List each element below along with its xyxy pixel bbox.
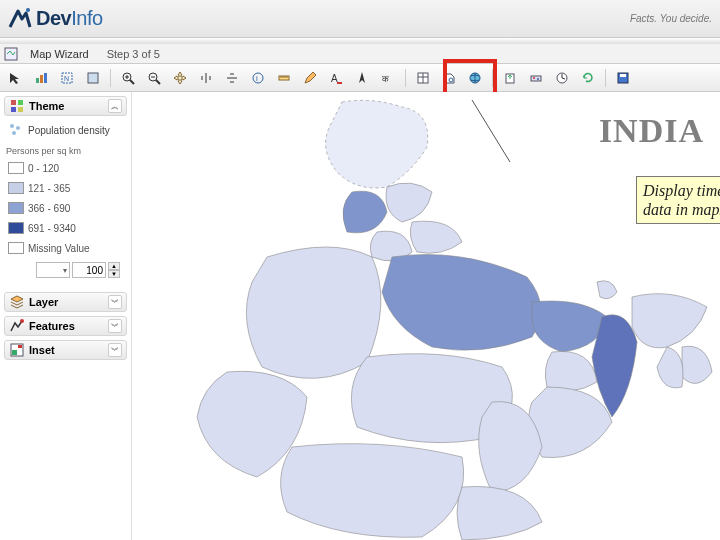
region-mz[interactable]	[657, 347, 683, 388]
pan-icon[interactable]	[169, 67, 191, 89]
legend-swatch-1	[8, 182, 24, 194]
legend-label-1: 121 - 365	[28, 183, 70, 194]
legend-row-4: Missing Value	[4, 240, 127, 256]
region-uk[interactable]	[410, 221, 462, 253]
clock-icon[interactable]	[551, 67, 573, 89]
svg-rect-35	[11, 107, 16, 112]
legend-swatch-2	[8, 202, 24, 214]
panel-features-label: Features	[29, 320, 75, 332]
map-toolbar: N i A क	[0, 64, 720, 92]
svg-point-15	[253, 73, 263, 83]
export-icon[interactable]	[499, 67, 521, 89]
svg-rect-2	[36, 78, 39, 83]
panel-layer-label: Layer	[29, 296, 58, 308]
svg-rect-43	[18, 345, 22, 348]
selection-icon[interactable]: N	[56, 67, 78, 89]
india-map-svg	[132, 92, 720, 540]
theme-icon[interactable]	[30, 67, 52, 89]
indicator-icon	[8, 122, 24, 138]
opacity-input[interactable]	[72, 262, 106, 278]
region-pb[interactable]	[343, 191, 387, 233]
app-header: DevInfo Facts. You decide.	[0, 0, 720, 38]
legend-row-1: 121 - 365	[4, 180, 127, 196]
svg-point-0	[26, 8, 30, 12]
globe-icon[interactable]	[464, 67, 486, 89]
fit-height-icon[interactable]	[221, 67, 243, 89]
text-label-icon[interactable]: A	[325, 67, 347, 89]
svg-text:i: i	[256, 74, 258, 83]
zoom-out-icon[interactable]	[143, 67, 165, 89]
inset-panel-icon	[9, 342, 25, 358]
north-arrow-icon[interactable]	[351, 67, 373, 89]
legend-row-2: 366 - 690	[4, 200, 127, 216]
timeline-icon[interactable]	[525, 67, 547, 89]
sidebar: Theme ︽ Population density Persons per s…	[0, 92, 132, 540]
panel-features-header[interactable]: Features ︾	[4, 316, 127, 336]
region-jk[interactable]	[326, 100, 428, 188]
legend-label-0: 0 - 120	[28, 163, 59, 174]
panel-inset-header[interactable]: Inset ︾	[4, 340, 127, 360]
map-wizard-icon	[4, 47, 18, 61]
region-up[interactable]	[382, 255, 541, 351]
panel-theme-header[interactable]: Theme ︽	[4, 96, 127, 116]
annotation-callout: Display time series of data in maps	[636, 176, 720, 224]
region-jh[interactable]	[545, 351, 597, 391]
legend-row-0: 0 - 120	[4, 160, 127, 176]
theme-indicator-row[interactable]: Population density	[4, 120, 127, 140]
zoom-in-icon[interactable]	[117, 67, 139, 89]
logo-text-sub: Info	[71, 7, 102, 29]
legend-label-2: 366 - 690	[28, 203, 70, 214]
tab-bar: Map Wizard Step 3 of 5	[0, 44, 720, 64]
svg-rect-3	[40, 75, 43, 83]
svg-point-28	[533, 77, 535, 79]
tab-title[interactable]: Map Wizard	[24, 46, 95, 62]
table-icon[interactable]	[412, 67, 434, 89]
panel-theme-label: Theme	[29, 100, 64, 112]
legend-swatch-3	[8, 222, 24, 234]
features-panel-icon	[9, 318, 25, 334]
region-mh[interactable]	[281, 444, 464, 538]
graph-icon[interactable]: क	[377, 67, 399, 89]
svg-rect-34	[18, 100, 23, 105]
region-tg[interactable]	[457, 486, 542, 540]
opacity-dropdown[interactable]	[36, 262, 70, 278]
expand-icon[interactable]: ︾	[108, 343, 122, 357]
legend-row-3: 691 - 9340	[4, 220, 127, 236]
map-canvas[interactable]: INDIA Display time series of data in map…	[132, 92, 720, 540]
region-as[interactable]	[632, 294, 707, 348]
panel-layer-header[interactable]: Layer ︾	[4, 292, 127, 312]
preview-icon[interactable]	[438, 67, 460, 89]
svg-line-44	[472, 100, 510, 162]
expand-icon[interactable]: ︾	[108, 295, 122, 309]
refresh-icon[interactable]	[577, 67, 599, 89]
fit-width-icon[interactable]	[195, 67, 217, 89]
panel-inset-label: Inset	[29, 344, 55, 356]
svg-rect-7	[88, 73, 98, 83]
measure-icon[interactable]	[273, 67, 295, 89]
save-map-icon[interactable]	[612, 67, 634, 89]
svg-text:A: A	[331, 73, 338, 84]
region-rj[interactable]	[246, 247, 381, 378]
map-title: INDIA	[599, 112, 704, 150]
svg-point-38	[16, 126, 20, 130]
legend-label-4: Missing Value	[28, 243, 90, 254]
wizard-step-label: Step 3 of 5	[101, 46, 166, 62]
svg-rect-33	[11, 100, 16, 105]
region-hp[interactable]	[386, 183, 432, 222]
pointer-icon[interactable]	[4, 67, 26, 89]
svg-rect-1	[5, 48, 17, 60]
opacity-up-icon[interactable]: ▲	[108, 262, 120, 270]
logo-text-main: Dev	[36, 7, 71, 29]
annotate-icon[interactable]	[299, 67, 321, 89]
app-logo: DevInfo	[8, 7, 103, 31]
region-mn[interactable]	[682, 346, 712, 383]
identify-icon[interactable]: i	[247, 67, 269, 89]
legend-swatch-4	[8, 242, 24, 254]
zoom-extent-icon[interactable]	[82, 67, 104, 89]
opacity-down-icon[interactable]: ▼	[108, 270, 120, 278]
collapse-icon[interactable]: ︽	[108, 99, 122, 113]
legend-label-3: 691 - 9340	[28, 223, 76, 234]
svg-rect-27	[531, 76, 541, 81]
region-sk[interactable]	[597, 281, 617, 299]
expand-icon[interactable]: ︾	[108, 319, 122, 333]
